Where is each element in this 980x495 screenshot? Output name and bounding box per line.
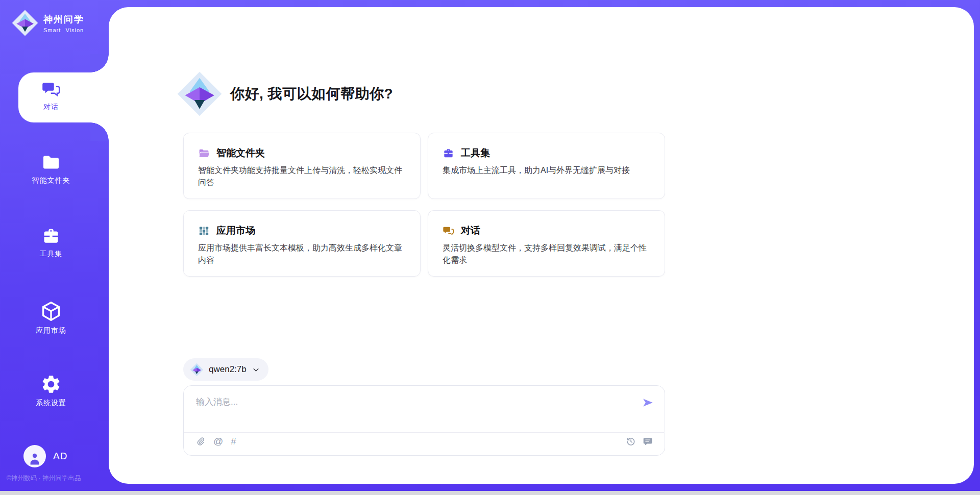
at-icon[interactable]: @ <box>213 436 223 447</box>
brand-diamond-icon <box>190 363 204 377</box>
chevron-down-icon <box>252 365 260 374</box>
main-content: 你好, 我可以如何帮助你? 智能文件夹 智能文件夹功能支持批量文件上传与清洗，轻… <box>183 0 665 491</box>
sidebar-item-label: 工具集 <box>0 250 102 259</box>
brand: 神州问学 Smart Vision <box>11 9 84 37</box>
composer-tools-left: @ # <box>195 436 236 447</box>
card-toolset[interactable]: 工具集 集成市场上主流工具，助力AI与外界无缝扩展与对接 <box>428 133 665 199</box>
sidebar-item-label: 智能文件夹 <box>0 176 102 185</box>
sidebar-item-label: 对话 <box>0 103 102 112</box>
sidebar-item-smart-folder[interactable]: 智能文件夹 <box>0 152 102 185</box>
sidebar-item-app-market[interactable]: 应用市场 <box>0 300 102 335</box>
card-chat[interactable]: 对话 灵活切换多模型文件，支持多样回复效果调试，满足个性化需求 <box>428 210 665 277</box>
card-description: 灵活切换多模型文件，支持多样回复效果调试，满足个性化需求 <box>443 242 650 266</box>
folder-icon <box>0 152 102 172</box>
folder-open-icon <box>198 147 210 159</box>
sidebar-item-chat[interactable]: 对话 <box>0 80 102 112</box>
brand-diamond-icon <box>176 70 223 117</box>
sidebar: 神州问学 Smart Vision 对话 智能文件夹 <box>0 0 109 491</box>
gear-icon <box>0 374 102 395</box>
card-title: 对话 <box>461 224 480 237</box>
toolbox-icon <box>443 147 454 159</box>
user-icon <box>28 451 42 465</box>
model-name: qwen2:7b <box>209 364 247 375</box>
message-input[interactable] <box>196 396 630 426</box>
app-canvas: 神州问学 Smart Vision 对话 智能文件夹 <box>0 0 980 491</box>
brand-subtitle: Smart Vision <box>43 27 84 33</box>
sidebar-item-label: 应用市场 <box>0 326 102 335</box>
copyright: ©神州数码 · 神州问学出品 <box>4 474 83 483</box>
sidebar-item-toolset[interactable]: 工具集 <box>0 227 102 259</box>
card-title: 应用市场 <box>216 224 255 237</box>
composer-divider <box>184 432 664 433</box>
model-selector[interactable]: qwen2:7b <box>183 358 268 381</box>
send-icon[interactable] <box>641 396 654 409</box>
greeting-text: 你好, 我可以如何帮助你? <box>230 84 393 104</box>
brand-text: 神州问学 Smart Vision <box>43 13 84 33</box>
page-bottom-edge <box>0 491 980 495</box>
card-description: 集成市场上主流工具，助力AI与外界无缝扩展与对接 <box>443 164 650 177</box>
toolbox-icon <box>0 227 102 246</box>
paperclip-icon[interactable] <box>195 436 206 447</box>
feature-cards: 智能文件夹 智能文件夹功能支持批量文件上传与清洗，轻松实现文件问答 工具集 集 <box>183 133 665 277</box>
avatar <box>23 445 46 467</box>
brand-name: 神州问学 <box>43 13 84 26</box>
greeting: 你好, 我可以如何帮助你? <box>176 70 393 117</box>
hash-icon[interactable]: # <box>231 436 236 447</box>
card-title: 工具集 <box>461 146 490 160</box>
user-account[interactable]: AD <box>23 445 67 467</box>
user-initials: AD <box>53 451 67 462</box>
card-description: 应用市场提供丰富长文本模板，助力高效生成多样化文章内容 <box>198 242 406 266</box>
feedback-icon[interactable] <box>643 436 653 447</box>
sidebar-item-settings[interactable]: 系统设置 <box>0 374 102 408</box>
card-description: 智能文件夹功能支持批量文件上传与清洗，轻松实现文件问答 <box>198 164 406 189</box>
message-composer: @ # <box>183 385 665 456</box>
history-icon[interactable] <box>626 436 636 447</box>
cube-icon <box>0 300 102 323</box>
sidebar-item-label: 系统设置 <box>0 399 102 408</box>
composer-tools-right <box>626 436 653 447</box>
brand-diamond-icon <box>11 9 39 37</box>
card-smart-folder[interactable]: 智能文件夹 智能文件夹功能支持批量文件上传与清洗，轻松实现文件问答 <box>183 133 421 199</box>
chat-bubbles-icon <box>0 80 102 99</box>
card-title: 智能文件夹 <box>216 146 265 160</box>
card-app-market[interactable]: 应用市场 应用市场提供丰富长文本模板，助力高效生成多样化文章内容 <box>183 210 421 277</box>
grid-icon <box>198 225 210 237</box>
chat-bubbles-icon <box>443 225 454 237</box>
